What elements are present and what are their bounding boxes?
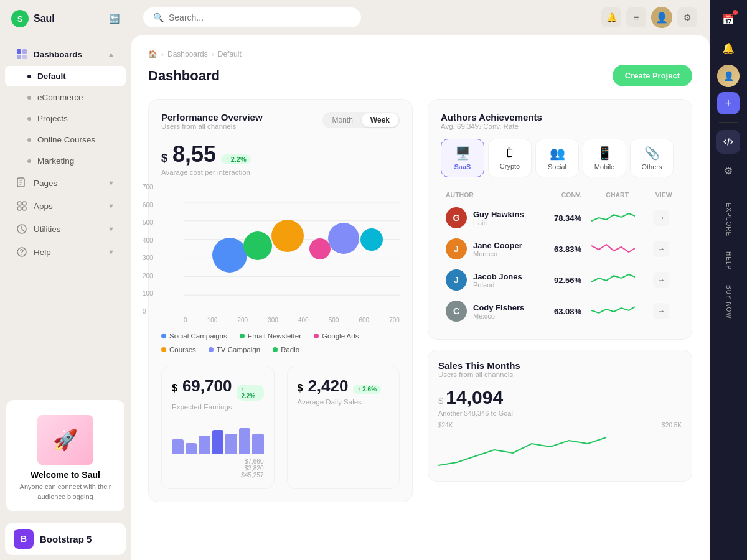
chevron-icon: ▲	[108, 50, 115, 58]
earnings-bar-labels: $7,660 $2,820 $45,257	[172, 458, 264, 478]
search-box[interactable]: 🔍	[143, 7, 361, 27]
menu-button[interactable]: ≡	[626, 7, 646, 27]
svg-rect-1	[22, 49, 27, 54]
col-conv: CONV.	[543, 187, 586, 202]
tab-mobile-label: Mobile	[594, 163, 614, 170]
sidebar-item-marketing[interactable]: Marketing	[5, 151, 126, 171]
saas-icon: 🖥️	[455, 146, 471, 161]
sidebar-item-online-courses[interactable]: Online Courses	[5, 129, 126, 150]
performance-value: $ 8,55 2.2%	[161, 141, 400, 167]
search-input[interactable]	[169, 12, 351, 22]
sidebar-item-ecommerce[interactable]: eCommerce	[5, 87, 126, 108]
period-week-btn[interactable]: Week	[362, 113, 398, 127]
others-icon: 📎	[644, 146, 660, 161]
conv-value: 78.34%	[554, 213, 581, 223]
nav-dot	[27, 138, 31, 142]
conv-value: 63.83%	[554, 245, 581, 254]
help-icon	[16, 246, 27, 258]
svg-rect-3	[22, 55, 27, 59]
mini-chart	[591, 208, 635, 226]
code-icon	[723, 136, 734, 147]
sidebar-item-help[interactable]: Help ▼	[5, 241, 126, 263]
view-button[interactable]: →	[653, 210, 669, 226]
buy-label[interactable]: Buy now	[725, 280, 732, 324]
tab-social[interactable]: 👥 Social	[535, 139, 579, 177]
main-area: 🔍 🔔 ≡ 👤 ⚙ 🏠 › Dashboards › Default Dashb…	[131, 0, 710, 560]
view-button[interactable]: →	[653, 303, 669, 319]
period-month-btn[interactable]: Month	[324, 113, 362, 127]
right-panel: 📅 🔔 👤 + ⚙ Explore Help Buy now	[710, 0, 747, 560]
divider	[719, 190, 738, 190]
tab-crypto-label: Crypto	[500, 162, 520, 170]
view-button[interactable]: →	[653, 241, 669, 257]
view-button[interactable]: →	[653, 272, 669, 288]
table-row: G Guy Hawkins Haiti 78.34%	[441, 202, 679, 233]
sales-value: $ 14,094	[438, 387, 682, 408]
settings-side-button[interactable]: ⚙	[716, 159, 740, 182]
authors-card: Authors Achievements Avg. 69.34% Conv. R…	[428, 99, 692, 340]
code-button[interactable]	[716, 130, 740, 154]
stats-row: $ 69,700 2.2% Expected Earnings	[161, 366, 400, 489]
tab-saas[interactable]: 🖥️ SaaS	[441, 139, 484, 177]
svg-point-11	[22, 207, 26, 210]
author-table: AUTHOR CONV. CHART VIEW G	[441, 187, 679, 327]
legend-dot	[161, 334, 166, 338]
notifications-button[interactable]: 🔔	[716, 36, 740, 60]
sidebar-logo: S Saul 🔙	[0, 0, 131, 37]
breadcrumb-home[interactable]: 🏠	[148, 50, 157, 58]
daily-sales-label: Average Daily Sales	[298, 398, 390, 406]
user-profile-button[interactable]: 👤	[717, 65, 740, 87]
bubble-1	[212, 238, 247, 273]
create-project-button[interactable]: Create Project	[613, 65, 692, 86]
main-grid: Performance Overview Users from all chan…	[148, 99, 692, 502]
breadcrumb: 🏠 › Dashboards › Default	[148, 50, 692, 58]
sidebar-collapse-icon[interactable]: 🔙	[109, 14, 120, 24]
author-name: Jacob Jones	[473, 272, 522, 281]
help-label[interactable]: Help	[725, 246, 732, 275]
tab-crypto[interactable]: ₿ Crypto	[488, 139, 532, 177]
sales-chart	[438, 431, 682, 469]
svg-point-8	[17, 202, 21, 205]
divider	[719, 122, 738, 123]
earnings-value: $ 69,700 2.2%	[172, 376, 264, 401]
active-dot	[27, 75, 31, 78]
sidebar: S Saul 🔙 Dashboards ▲ Default eCommerce …	[0, 0, 131, 560]
settings-button[interactable]: ⚙	[677, 7, 697, 27]
sidebar-item-pages[interactable]: Pages ▼	[5, 172, 126, 194]
bar-5	[225, 434, 237, 454]
daily-sales-badge: 2.6%	[353, 385, 381, 394]
legend-email: Email Newsletter	[240, 332, 301, 340]
sidebar-item-dashboards[interactable]: Dashboards ▲	[5, 43, 126, 65]
notification-button[interactable]: 🔔	[601, 7, 621, 27]
sales-subtitle: Users from all channels	[438, 371, 682, 378]
bubble-2	[243, 231, 272, 260]
earnings-bars	[172, 417, 264, 454]
earnings-badge: 2.2%	[237, 385, 263, 401]
bar-7	[252, 434, 264, 454]
tab-others-label: Others	[641, 163, 662, 170]
author-tabs: 🖥️ SaaS ₿ Crypto 👥 Social 📱	[441, 139, 679, 177]
topbar-actions: 🔔 ≡ 👤 ⚙	[601, 7, 697, 28]
add-button[interactable]: +	[717, 92, 740, 114]
sidebar-item-utilities[interactable]: Utilities ▼	[5, 218, 126, 240]
sidebar-item-apps[interactable]: Apps ▼	[5, 195, 126, 217]
nav-dot	[27, 96, 31, 100]
explore-label[interactable]: Explore	[725, 198, 732, 241]
bar-4	[212, 430, 224, 454]
sidebar-item-projects[interactable]: Projects	[5, 108, 126, 129]
period-toggle: Month Week	[322, 112, 400, 128]
y-axis: 7006005004003002001000	[143, 184, 153, 324]
table-row: J Jane Cooper Monaco 63.83%	[441, 233, 679, 264]
social-icon: 👥	[550, 146, 565, 161]
breadcrumb-dashboards[interactable]: Dashboards	[167, 50, 208, 58]
bootstrap-badge: B Bootstrap 5	[5, 523, 126, 555]
svg-rect-0	[17, 49, 21, 54]
tab-mobile[interactable]: 📱 Mobile	[583, 139, 626, 177]
user-avatar[interactable]: 👤	[651, 7, 672, 28]
performance-subtitle: Users from all channels	[161, 123, 263, 130]
sidebar-item-default[interactable]: Default	[5, 66, 126, 86]
tab-others[interactable]: 📎 Others	[630, 139, 674, 177]
search-icon: 🔍	[153, 12, 164, 22]
legend-courses: Courses	[161, 346, 196, 353]
sidebar-nav: Dashboards ▲ Default eCommerce Projects …	[0, 37, 131, 394]
